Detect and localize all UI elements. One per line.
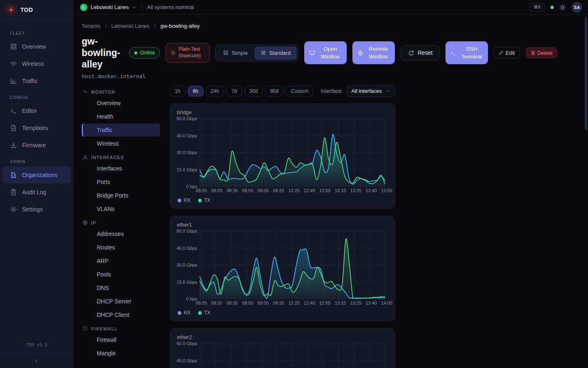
device-nav-item-dns[interactable]: DNS [82, 281, 160, 294]
x-tick-label: 12:40 [304, 301, 315, 305]
time-range-90d[interactable]: 90d [265, 86, 283, 96]
sidebar-item-organizations[interactable]: Organizations [2, 166, 71, 184]
view-option-simple[interactable]: Simple [217, 47, 254, 59]
interface-filter-label: Interface: [321, 88, 343, 94]
y-tick-label: 60.0 Gbps [176, 116, 197, 121]
time-range-7d[interactable]: 7d [227, 86, 242, 96]
chart-legend: RXTX [178, 310, 388, 316]
chart-plot [200, 343, 385, 368]
device-nav-item-firewall[interactable]: Firewall [82, 333, 160, 346]
x-tick-label: 09:05 [258, 188, 269, 193]
chart-legend: RXTX [178, 197, 388, 203]
chart-title: ether1 [177, 222, 388, 228]
device-nav-item-traffic[interactable]: Traffic [82, 123, 160, 137]
x-tick-label: 08:20 [211, 188, 223, 193]
device-nav-item-interfaces[interactable]: Interfaces [82, 162, 160, 175]
reset-button[interactable]: Reset [401, 45, 440, 61]
page-title: gw-bowling-alley [82, 36, 123, 70]
legend-label: TX [204, 197, 210, 203]
sidebar-collapse-button[interactable] [0, 353, 74, 368]
legend-item-rx: RX [178, 310, 191, 316]
device-nav-item-pools[interactable]: Pools [82, 268, 160, 281]
globe-icon [82, 220, 88, 225]
breadcrumb-item[interactable]: Tenants [82, 23, 100, 29]
sidebar-item-label: Traffic [22, 78, 38, 84]
device-nav-item-dhcp-client[interactable]: DHCP Client [82, 308, 160, 321]
sidebar-item-traffic[interactable]: Traffic [0, 72, 74, 90]
slash-circle-icon [171, 50, 176, 55]
time-range-30d[interactable]: 30d [245, 86, 263, 96]
device-nav-item-dhcp-server[interactable]: DHCP Server [82, 295, 160, 308]
time-range-24h[interactable]: 24h [206, 86, 224, 96]
device-nav-item-mangle[interactable]: Mangle [82, 347, 160, 360]
time-range-6h[interactable]: 6h [188, 86, 203, 96]
x-tick-label: 13:55 [381, 188, 392, 193]
chart-y-axis: 60.0 Gbps45.0 Gbps30.0 Gbps15.0 Gbps0 bp… [177, 231, 200, 299]
charts-list: bridge60.0 Gbps45.0 Gbps30.0 Gbps15.0 Gb… [170, 103, 395, 368]
delete-label: Delete [537, 50, 553, 56]
x-tick-label: 09:20 [273, 301, 284, 305]
ssh-terminal-label: SSH Terminal [460, 45, 483, 61]
device-nav-item-bridge-ports[interactable]: Bridge Ports [82, 189, 160, 202]
device-nav-group-label: MONITOR [91, 90, 115, 94]
device-nav-item-wireless[interactable]: Wireless [82, 137, 160, 150]
clipboard-icon [10, 188, 17, 196]
view-option-standard[interactable]: Standard [255, 47, 296, 59]
chevron-down-icon [385, 89, 390, 94]
legend-label: RX [184, 197, 191, 203]
theme-toggle-sun-icon[interactable] [559, 4, 566, 11]
device-nav-item-overview[interactable]: Overview [82, 96, 160, 110]
breadcrumb-item[interactable]: Lebowski Lanes [111, 23, 149, 29]
bar-chart-icon [10, 77, 17, 85]
open-winbox-button[interactable]: Open WinBox [304, 41, 347, 64]
legend-label: RX [184, 310, 191, 316]
legend-item-tx: TX [198, 310, 210, 316]
device-nav-item-arp[interactable]: ARP [82, 254, 160, 267]
x-tick-label: 14:00 [381, 301, 392, 305]
vertical-scrollbar[interactable] [585, 17, 587, 130]
activity-icon [82, 89, 88, 94]
sidebar-item-audit-log[interactable]: Audit Log [0, 184, 74, 201]
device-nav-item-ports[interactable]: Ports [82, 175, 160, 188]
sidebar-item-label: Templates [22, 125, 48, 131]
x-tick-label: 08:05 [196, 301, 207, 305]
sidebar-item-templates[interactable]: Templates [0, 119, 74, 137]
chart-x-axis: 08:0508:2008:3508:5009:0509:2012:2512:40… [201, 186, 387, 193]
device-nav-item-routes[interactable]: Routes [82, 241, 160, 254]
open-winbox-label: Open WinBox [319, 45, 342, 61]
interface-select[interactable]: All interfaces [347, 85, 395, 97]
trash-icon [530, 50, 536, 56]
chevron-right-icon [104, 24, 108, 28]
device-nav-item-addresses[interactable]: Addresses [82, 227, 160, 240]
terminal-icon [450, 50, 457, 56]
device-nav-group-interfaces: INTERFACES [82, 150, 160, 162]
device-nav-item-vlans[interactable]: VLANs [82, 202, 160, 215]
legend-item-tx: TX [198, 197, 210, 203]
chart-body: 60.0 Gbps45.0 Gbps30.0 Gbps15.0 Gbps0 bp… [177, 231, 388, 299]
user-avatar[interactable]: SA [572, 2, 582, 13]
delete-button[interactable]: Delete [526, 47, 558, 58]
chart-plot [200, 231, 385, 299]
remote-winbox-button[interactable]: Remote WinBox [352, 41, 395, 64]
ssh-terminal-button[interactable]: SSH Terminal [445, 41, 488, 64]
file-code-icon [10, 124, 17, 132]
time-range-1h[interactable]: 1h [170, 86, 185, 96]
legend-label: TX [204, 310, 210, 316]
sidebar-item-wireless[interactable]: Wireless [0, 55, 74, 72]
time-range-row: 1h6h24h7d30d90dCustom Interface: All int… [170, 85, 395, 97]
legend-dot-tx [198, 199, 202, 202]
tenant-switcher[interactable]: L Lebowski Lanes [80, 4, 137, 11]
time-range-custom[interactable]: Custom [286, 86, 313, 96]
sidebar-item-label: Overview [22, 43, 46, 50]
sidebar-item-firmware[interactable]: Firmware [0, 137, 74, 154]
content: TenantsLebowski Lanesgw-bowling-alley gw… [74, 15, 588, 368]
edit-button[interactable]: Edit [494, 47, 519, 58]
sidebar-item-editor[interactable]: Editor [0, 102, 74, 119]
sidebar-item-overview[interactable]: Overview [0, 38, 74, 55]
device-nav-item-health[interactable]: Health [82, 110, 160, 123]
wifi-icon [10, 60, 17, 67]
sidebar-item-settings[interactable]: Settings [0, 201, 74, 218]
device-header: gw-bowling-alley Online Plain-Text (Inse… [82, 36, 588, 70]
command-palette-shortcut[interactable]: ⌘K [530, 3, 545, 11]
x-tick-label: 09:05 [258, 301, 269, 305]
